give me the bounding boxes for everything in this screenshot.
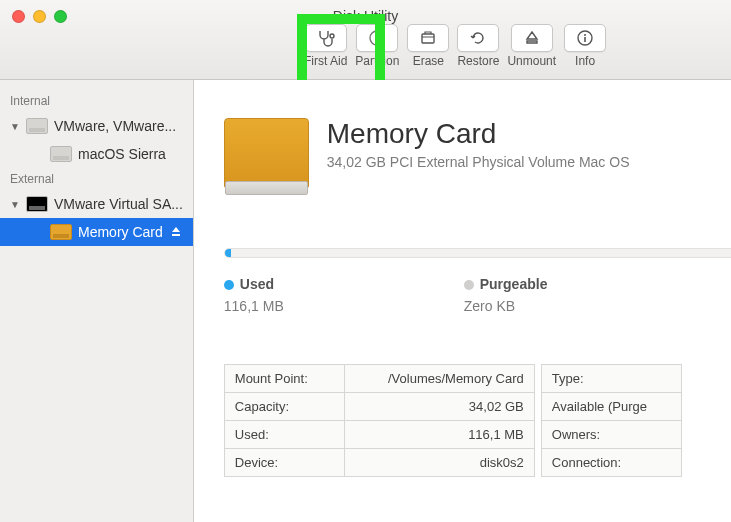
sidebar: Internal ▼ VMware, VMware... macOS Sierr…	[0, 80, 194, 522]
sidebar-item-vmware-disk[interactable]: ▼ VMware, VMware...	[0, 112, 193, 140]
window-title: Disk Utility	[333, 8, 398, 24]
legend-dot-used	[224, 280, 234, 290]
table-row: Available (Purge	[541, 393, 681, 421]
pie-icon	[368, 29, 386, 47]
usage-legend: Used 116,1 MB Purgeable Zero KB	[224, 276, 731, 314]
partition-button[interactable]	[356, 24, 398, 52]
main-panel: Memory Card 34,02 GB PCI External Physic…	[194, 80, 731, 522]
first-aid-button[interactable]	[305, 24, 347, 52]
sidebar-item-macos-sierra[interactable]: macOS Sierra	[0, 140, 193, 168]
volume-details-table: Mount Point:/Volumes/Memory Card Capacit…	[224, 364, 731, 477]
usage-bar	[224, 248, 731, 258]
titlebar: Disk Utility First Aid Partition	[0, 0, 731, 80]
restore-button[interactable]	[457, 24, 499, 52]
zoom-icon[interactable]	[54, 10, 67, 23]
close-icon[interactable]	[12, 10, 25, 23]
restore-label: Restore	[457, 54, 499, 68]
erase-label: Erase	[413, 54, 444, 68]
external-volume-icon	[50, 224, 72, 240]
table-row: Mount Point:/Volumes/Memory Card	[224, 365, 534, 393]
window-controls	[12, 10, 67, 23]
table-row: Owners:	[541, 421, 681, 449]
external-hdd-icon	[26, 196, 48, 212]
stethoscope-icon	[316, 29, 336, 47]
disclosure-triangle-icon[interactable]: ▼	[10, 121, 20, 131]
disk-utility-window: Disk Utility First Aid Partition	[0, 0, 731, 522]
volume-subtitle: 34,02 GB PCI External Physical Volume Ma…	[327, 154, 630, 170]
hdd-icon	[50, 146, 72, 162]
sidebar-item-label: VMware, VMware...	[54, 118, 193, 134]
legend-dot-purgeable	[464, 280, 474, 290]
sidebar-section-external: External	[0, 168, 193, 190]
sidebar-item-label: Memory Card	[78, 224, 163, 240]
volume-disk-icon	[224, 118, 309, 188]
legend-used-value: 116,1 MB	[224, 298, 284, 314]
window-body: Internal ▼ VMware, VMware... macOS Sierr…	[0, 80, 731, 522]
sidebar-item-label: VMware Virtual SA...	[54, 196, 193, 212]
first-aid-label: First Aid	[304, 54, 347, 68]
legend-used-label: Used	[240, 276, 274, 292]
eject-icon	[523, 29, 541, 47]
sidebar-section-internal: Internal	[0, 90, 193, 112]
table-row: Used:116,1 MB	[224, 421, 534, 449]
sidebar-item-memory-card[interactable]: Memory Card	[0, 218, 193, 246]
table-row: Type:	[541, 365, 681, 393]
info-icon	[576, 29, 594, 47]
toolbar: First Aid Partition Erase	[304, 24, 606, 68]
sidebar-item-vmware-sata[interactable]: ▼ VMware Virtual SA...	[0, 190, 193, 218]
volume-name: Memory Card	[327, 118, 630, 150]
svg-point-4	[584, 34, 586, 36]
partition-label: Partition	[355, 54, 399, 68]
minimize-icon[interactable]	[33, 10, 46, 23]
usage-used-segment	[225, 249, 232, 257]
erase-button[interactable]	[407, 24, 449, 52]
eject-icon[interactable]	[169, 225, 183, 239]
unmount-label: Unmount	[507, 54, 556, 68]
hdd-icon	[26, 118, 48, 134]
erase-icon	[419, 29, 437, 47]
volume-header: Memory Card 34,02 GB PCI External Physic…	[224, 118, 731, 188]
table-row: Device:disk0s2	[224, 449, 534, 477]
table-row: Connection:	[541, 449, 681, 477]
svg-point-0	[330, 34, 334, 38]
sidebar-item-label: macOS Sierra	[78, 146, 193, 162]
legend-purgeable-value: Zero KB	[464, 298, 548, 314]
unmount-button[interactable]	[511, 24, 553, 52]
info-label: Info	[575, 54, 595, 68]
svg-rect-2	[422, 34, 434, 43]
disclosure-triangle-icon[interactable]: ▼	[10, 199, 20, 209]
info-button[interactable]	[564, 24, 606, 52]
legend-purgeable-label: Purgeable	[480, 276, 548, 292]
table-row: Capacity:34,02 GB	[224, 393, 534, 421]
restore-icon	[469, 29, 487, 47]
